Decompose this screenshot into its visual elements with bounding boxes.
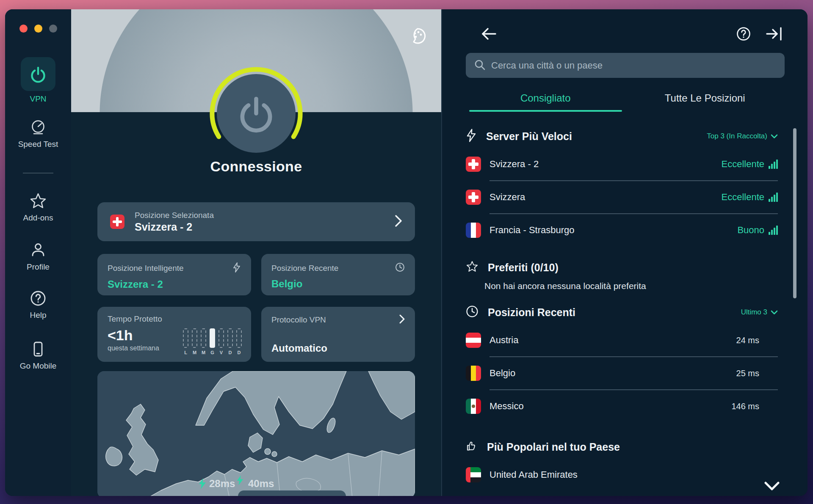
phone-icon [29, 340, 47, 358]
clock-icon [466, 305, 478, 319]
popular-header: Più Popolari nel tuo Paese [466, 435, 778, 459]
section-title: Posizioni Recenti [488, 306, 575, 319]
server-row[interactable]: Francia - Strasburgo Buono [466, 214, 778, 246]
vpn-protocol-card[interactable]: Protocollo VPN Automatico [261, 307, 415, 362]
sidebar-item-go-mobile[interactable]: Go Mobile [5, 340, 71, 371]
selected-location-label: Posizione Selezionata [135, 211, 395, 220]
chevron-down-icon [771, 134, 778, 139]
star-icon [29, 192, 47, 210]
latency-marker: 28ms [198, 478, 235, 490]
recent-row[interactable]: Belgio 25 ms [466, 357, 778, 389]
sidebar-item-add-ons[interactable]: Add-ons [5, 192, 71, 223]
chevron-down-icon [771, 310, 778, 315]
fastest-filter-dropdown[interactable]: Top 3 (In Raccolta) [707, 132, 778, 140]
switzerland-flag-icon [466, 157, 481, 172]
locations-panel: Consigliato Tutte Le Posizioni Server Pi… [441, 9, 807, 496]
tab-tutte-le-posizioni[interactable]: Tutte Le Posizioni [625, 92, 785, 112]
vpn-app-window: VPN Speed Test Add-ons [5, 9, 807, 496]
status-badge: Eccellente [721, 159, 778, 170]
map: 28ms 40ms [97, 371, 415, 496]
selected-location-card[interactable]: Posizione Selezionata Svizzera - 2 [97, 202, 415, 241]
sidebar-item-vpn[interactable]: VPN [5, 57, 71, 104]
locations-list: Server Più Veloci Top 3 (In Raccolta) Sv… [466, 124, 778, 491]
france-flag-icon [466, 223, 481, 238]
close-button[interactable] [19, 25, 28, 33]
theme-palette-icon[interactable] [408, 26, 427, 46]
latency-value: 146 ms [731, 402, 759, 411]
power-icon [236, 93, 277, 134]
star-icon [466, 260, 478, 275]
connection-panel: Connessione Posizione Selezionata Svizze… [71, 9, 441, 496]
lightning-icon [232, 262, 241, 274]
sidebar-item-label: Help [30, 311, 46, 320]
chevron-right-icon [399, 314, 405, 325]
section-title: Server Più Veloci [486, 130, 572, 143]
recent-location-value: Belgio [271, 278, 405, 290]
smart-location-value: Svizzera - 2 [108, 278, 241, 290]
location-tabs: Consigliato Tutte Le Posizioni [466, 92, 785, 112]
server-row[interactable]: Svizzera - 2 Eccellente [466, 148, 778, 180]
recent-row[interactable]: Austria 24 ms [466, 324, 778, 356]
latency-marker-partial: 40ms [248, 478, 274, 490]
recents-filter-dropdown[interactable]: Ultimo 3 [741, 308, 778, 317]
zoom-button[interactable] [49, 25, 57, 33]
popular-row[interactable]: United Arab Emirates [466, 459, 778, 491]
lightning-icon [198, 478, 207, 489]
sidebar-item-label: Add-ons [23, 213, 53, 223]
smart-location-card: Posizione Intelligente Svizzera - 2 [97, 254, 251, 295]
scroll-down-chevron-icon[interactable] [764, 482, 780, 491]
map-tooltip-pill [238, 490, 346, 496]
latency-value: 24 ms [736, 336, 759, 345]
sidebar: VPN Speed Test Add-ons [5, 9, 71, 496]
person-icon [29, 241, 47, 259]
search-input[interactable] [491, 60, 776, 71]
window-controls [19, 25, 57, 33]
sidebar-item-label: Profile [27, 262, 50, 272]
server-row[interactable]: Svizzera Eccellente [466, 181, 778, 213]
selected-location-value: Svizzera - 2 [135, 221, 395, 233]
lightning-icon [466, 129, 477, 144]
protocol-label: Protocollo VPN [271, 315, 326, 325]
protected-time-label: Tempo Protetto [108, 314, 162, 323]
sidebar-item-label: Go Mobile [20, 361, 57, 371]
scrollbar-thumb[interactable] [793, 128, 796, 298]
sidebar-divider [23, 173, 53, 174]
smart-location-label: Posizione Intelligente [108, 264, 184, 273]
help-icon[interactable] [736, 26, 752, 42]
sidebar-item-speed-test[interactable]: Speed Test [5, 118, 71, 149]
fastest-servers-header: Server Più Veloci Top 3 (In Raccolta) [466, 124, 778, 148]
protected-time-card: Tempo Protetto <1h questa settimana L M … [97, 307, 251, 362]
signal-bars-icon [769, 159, 778, 169]
lightning-icon [236, 475, 244, 487]
connect-power-button[interactable] [217, 74, 296, 153]
status-badge: Eccellente [721, 192, 778, 203]
signal-bars-icon [769, 225, 778, 235]
search-icon [474, 59, 485, 72]
section-title: Più Popolari nel tuo Paese [487, 441, 620, 453]
mexico-flag-icon [466, 399, 481, 414]
recent-row[interactable]: Messico 146 ms [466, 390, 778, 422]
back-arrow-icon[interactable] [480, 27, 497, 41]
recents-header: Posizioni Recenti Ultimo 3 [466, 300, 778, 324]
recent-location-card: Posizione Recente Belgio [261, 254, 415, 295]
europe-map [97, 371, 415, 496]
status-badge: Buono [737, 225, 778, 236]
sidebar-item-profile[interactable]: Profile [5, 241, 71, 272]
sidebar-item-label: VPN [30, 94, 46, 104]
switzerland-flag-icon [466, 190, 481, 205]
switzerland-flag-icon [110, 215, 124, 229]
minimize-button[interactable] [34, 25, 42, 33]
exit-panel-icon[interactable] [766, 27, 783, 41]
clock-icon [395, 262, 405, 274]
speedometer-icon [29, 118, 47, 136]
power-icon [21, 57, 55, 91]
recent-location-label: Posizione Recente [271, 264, 338, 273]
favorites-header: Preferiti (0/10) [466, 256, 778, 279]
favorites-empty-text: Non hai ancora nessuna località preferit… [484, 281, 778, 291]
sidebar-item-help[interactable]: Help [5, 289, 71, 320]
latency-value: 25 ms [736, 369, 759, 378]
sidebar-item-label: Speed Test [18, 140, 58, 149]
weekly-usage-chart: L M M G V D D [183, 328, 242, 355]
tab-consigliato[interactable]: Consigliato [466, 92, 625, 112]
question-icon [29, 289, 47, 307]
